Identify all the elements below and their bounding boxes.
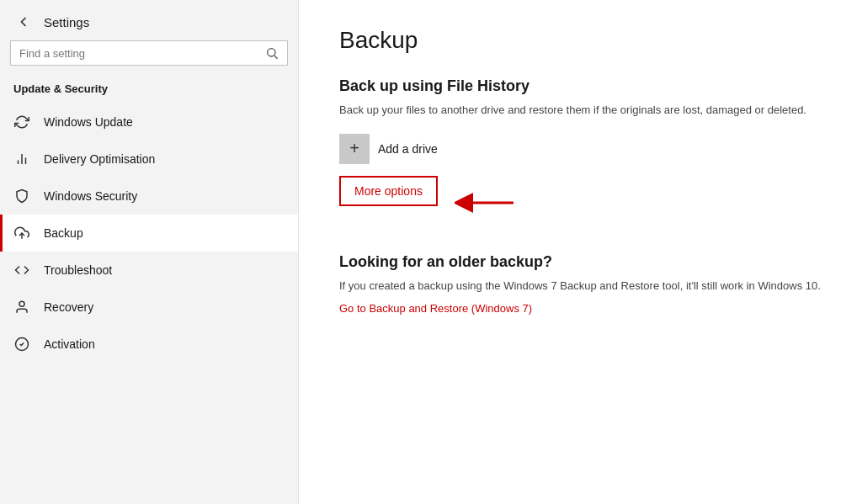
svg-line-1	[274, 56, 278, 59]
search-input[interactable]	[19, 47, 258, 60]
sidebar-item-delivery-optimisation[interactable]: Delivery Optimisation	[0, 141, 298, 178]
backup-restore-link[interactable]: Go to Backup and Restore (Windows 7)	[339, 302, 532, 315]
refresh-icon	[13, 114, 30, 130]
svg-point-0	[268, 49, 275, 56]
sidebar-item-windows-security[interactable]: Windows Security	[0, 178, 298, 215]
sidebar-item-label: Backup	[44, 226, 83, 240]
sidebar-item-troubleshoot[interactable]: Troubleshoot	[0, 252, 298, 289]
sidebar-item-activation[interactable]: Activation	[0, 326, 298, 363]
sidebar-item-label: Troubleshoot	[44, 263, 112, 277]
main-content: Backup Back up using File History Back u…	[299, 0, 862, 504]
wrench-icon	[13, 262, 30, 279]
add-drive-label: Add a drive	[378, 142, 438, 156]
upload-icon	[13, 225, 30, 241]
sidebar-item-label: Delivery Optimisation	[44, 152, 155, 166]
sidebar-item-recovery[interactable]: Recovery	[0, 289, 298, 326]
more-options-wrapper: More options	[339, 176, 822, 230]
sidebar-header: Settings	[0, 0, 298, 40]
sidebar-title: Settings	[44, 15, 89, 29]
plus-icon: +	[339, 134, 370, 164]
older-backup-heading: Looking for an older backup?	[339, 253, 822, 271]
chart-icon	[13, 151, 30, 167]
backup-section-description: Back up your files to another drive and …	[339, 102, 822, 119]
older-backup-description: If you created a backup using the Window…	[339, 278, 822, 294]
page-title: Backup	[339, 27, 822, 54]
back-icon	[15, 13, 32, 30]
sidebar-item-label: Windows Security	[44, 189, 137, 203]
sidebar-item-label: Recovery	[44, 300, 93, 314]
back-button[interactable]	[13, 12, 34, 32]
sidebar-item-label: Windows Update	[44, 115, 133, 129]
shield-icon	[13, 188, 30, 204]
add-drive-button[interactable]: + Add a drive	[339, 134, 438, 164]
circle-check-icon	[13, 336, 30, 353]
search-icon	[265, 46, 279, 60]
person-icon	[13, 299, 30, 316]
sidebar-item-label: Activation	[44, 337, 95, 351]
more-options-button[interactable]: More options	[339, 176, 438, 206]
search-box	[10, 40, 288, 66]
svg-point-6	[19, 301, 24, 306]
sidebar-item-windows-update[interactable]: Windows Update	[0, 103, 298, 141]
section-label: Update & Security	[0, 76, 298, 103]
sidebar-item-backup[interactable]: Backup	[0, 215, 298, 252]
sidebar: Settings Update & Security Windows Updat…	[0, 0, 299, 504]
backup-section-heading: Back up using File History	[339, 77, 822, 95]
red-arrow-annotation	[455, 191, 522, 215]
